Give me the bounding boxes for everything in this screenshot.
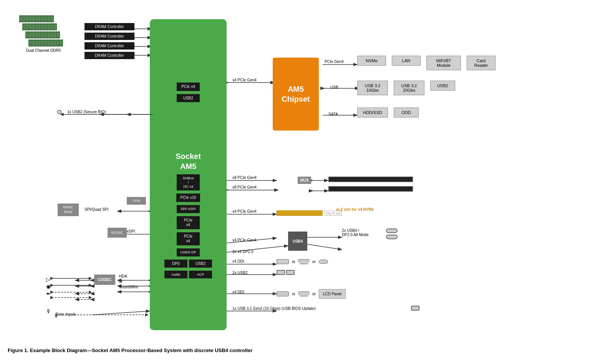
dp0-ddi-label: x4 DDI [232,290,244,294]
x2-usb2-label: 2x USB2 [232,271,247,275]
usb-label: USB [330,85,338,89]
usb2-connectors [277,270,295,275]
codec-chip: CODEC [94,275,115,285]
x8-pcie-gen4-2-label: x8 PCIe Gen4 [232,185,257,189]
spi-espi-chip: SPI/ eSPI [177,205,200,213]
figure-caption: Figure 1. Example Block Diagram—Socket A… [8,347,582,353]
card-reader-box: CardReader [467,56,496,70]
dram-ctrl-4: DRAM Controller [85,52,134,59]
pcie-x16-chip: PCIe x16 [176,194,200,202]
x4-pcie-gen4-m2-label: x4 PCIe Gen4 [232,209,257,213]
usb2-box: USB2 [430,81,455,91]
acp-chip: ACP [189,271,212,278]
mic-icon-1: 🎙 [46,308,51,314]
dram-ctrl-1: DRAM Controller [85,23,134,30]
dram-ctrl-2: DRAM Controller [85,33,134,40]
tpm-chip: TPM [127,197,146,205]
dp20-label: 2x x4 DP2.0 [232,250,253,254]
mux-box: MUX [298,177,311,184]
am5-chipset: AM5 Chipset [273,58,319,131]
nvme-box: NVMe [357,56,386,66]
pcie-slot-1 [328,177,413,182]
espi-label: eSPI [127,229,135,233]
audio-in-icon: ◉ [46,283,51,290]
hdmi-connector-2 [298,291,309,296]
pcie-gen4-label: PCIe Gen4 [325,60,343,64]
smbus-chip: SMBus/I3C x4 [177,174,200,190]
lan-box: LAN [392,56,421,66]
dp-connector-2 [277,291,289,296]
usb3-bottom-chip: USB3 [189,260,212,268]
ec-sic-chip: EC/SIC [108,228,127,238]
dp-connector-1 [277,259,289,264]
dram-ctrl-3: DRAM Controller [85,42,134,50]
x4-pcie-gen4-top-label: x4 PCIe Gen4 [232,78,257,82]
hdd-ssd-box: HDD/SSD [357,108,388,117]
hdmi-connector-1 [298,259,309,264]
usbc-conn-1 [386,228,398,239]
pcie-x4-top-chip: PCIe x4 [177,83,200,91]
usb4-chip: USB4 [288,232,307,251]
usb2-top-chip: USB2 [177,94,200,102]
pcie-x4-m2-chip: PCIex4 [177,216,200,229]
rpmc-rom-chip: RPMCROM [58,204,79,216]
socket-label: SocketAM5 [176,151,201,171]
dram-controllers: DRAM Controller DRAM Controller DRAM Con… [85,23,134,60]
socket-am5-block: PCIe x4 USB2 SocketAM5 SMBus/I3C x4 PCIe… [150,19,227,330]
ddi-connectors-2: or or LCD Panel [277,289,346,299]
speaker-icon: ▷ [46,276,50,283]
usb-bios-update-label: 1x USB 3.2 Gen2 (10 Gbps) (USB BIOS Upda… [232,306,316,311]
svg-line-15 [307,244,342,250]
mic-icon-2: 🎙 [54,313,59,319]
usb2-secure-label: 1x USB2 (Secure BIO) [67,110,106,114]
m2-slot [277,210,323,216]
lcd-panel-box: LCD Panel [319,289,346,299]
hda-soundwire-label: HDAorSoundWire [119,274,138,290]
x4-ddi-1-label: x4 DDI [232,259,244,263]
block-diagram: Dual Channel DDR5 DRAM Controller DRAM C… [8,8,582,346]
dp0-chip: DP0 [164,260,187,268]
m2-slot-area: Key M slot [277,210,342,216]
usb32-10-box: USB 3.210Gbs [357,81,388,95]
ddi-connectors-1: or or [277,259,328,264]
pcie-slot-2 [328,186,413,192]
x8-pcie-gen4-1-label: x8 PCIe Gen4 [232,175,257,180]
svg-line-29 [92,311,150,315]
pcie-x4-usb4-chip: PCIex4 [177,232,200,245]
audio-chip: Audio [164,271,187,278]
usb-bios-connector [411,306,419,311]
sata-label: SATA [328,112,338,116]
ram-modules: Dual Channel DDR5 [19,15,63,53]
odd-box: ODD [394,108,419,117]
pen-icon: ✒ [46,291,51,297]
usb4-alt-mode-label: 2x USB4 /DP2.0 Alt Mode [342,228,368,237]
m2-slot-label: m.2 slot for x4 NVMe [336,207,374,212]
usba-conn-2 [286,270,295,275]
usbc-connector-1 [319,260,328,264]
x4-pcie-gen4-usb4-label: x4 PCIe Gen4 [232,238,257,242]
usb32-20-box: USB 3.220Gbs [394,81,424,95]
wifi-bt-box: WiFi/BTModule [426,56,461,70]
usba-conn-1 [277,270,285,275]
user-icon: ⊙ [57,108,62,116]
usb3-dp-chip: USB3/ DP [177,248,200,256]
spi-quad-label: SPI/Quad SPI [85,207,108,212]
dram-label: Dual Channel DDR5 [24,48,63,53]
